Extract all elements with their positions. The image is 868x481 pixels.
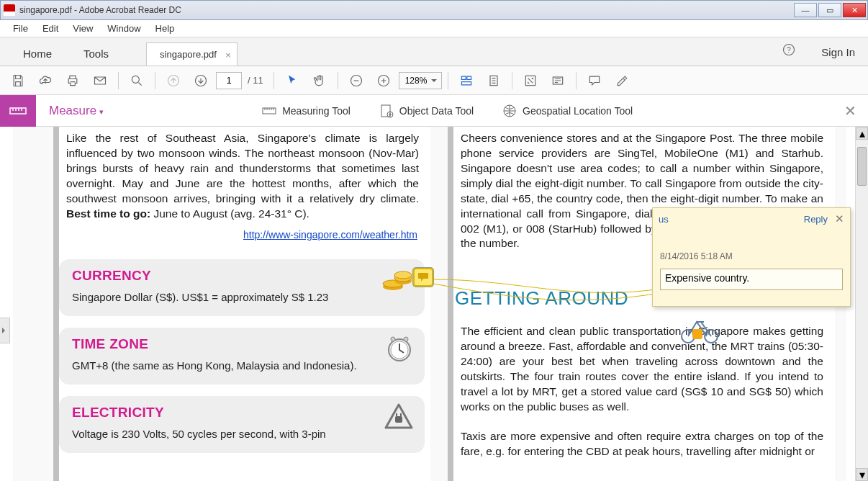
comment-reply-link[interactable]: Reply <box>804 214 828 225</box>
svg-point-2 <box>132 76 139 83</box>
climate-paragraph: Like the rest of Southeast Asia, Singapo… <box>59 127 430 226</box>
hand-tool-icon[interactable] <box>307 68 332 93</box>
divider <box>448 127 453 481</box>
tab-row: Home Tools singapore.pdf × ? Sign In <box>0 37 868 66</box>
read-mode-icon[interactable] <box>546 68 570 93</box>
close-button[interactable]: ✕ <box>843 3 866 17</box>
measuring-tool-label: Measuring Tool <box>282 105 351 117</box>
print-icon[interactable] <box>60 68 85 93</box>
minimize-button[interactable]: — <box>794 3 817 17</box>
measure-bar: Measure▾ Measuring Tool Object Data Tool… <box>0 95 868 127</box>
comment-author: us <box>659 214 804 225</box>
fullscreen-icon[interactable] <box>518 68 543 93</box>
menu-file[interactable]: File <box>6 22 35 35</box>
menu-help[interactable]: Help <box>148 22 182 35</box>
document-view[interactable]: Like the rest of Southeast Asia, Singapo… <box>0 127 868 481</box>
comment-date: 8/14/2016 5:18 AM <box>653 230 850 269</box>
menu-view[interactable]: View <box>65 22 100 35</box>
electricity-card: ELECTRICITY Voltage is 230 Volts, 50 cyc… <box>59 396 425 453</box>
tab-home[interactable]: Home <box>7 40 68 66</box>
save-icon[interactable] <box>6 68 30 93</box>
next-page-icon[interactable] <box>189 68 213 93</box>
measure-panel-icon[interactable] <box>0 95 36 127</box>
zoom-level-select[interactable]: 128% <box>399 72 443 89</box>
svg-point-22 <box>391 337 395 341</box>
divider <box>53 127 59 481</box>
scroll-down-button[interactable]: ▾ <box>856 468 868 481</box>
menu-bar: File Edit View Window Help <box>0 20 868 37</box>
zoom-in-icon[interactable] <box>371 68 396 93</box>
prev-page-icon[interactable] <box>161 68 186 93</box>
geospatial-tool-button[interactable]: Geospatial Location Tool <box>502 104 633 118</box>
electricity-text: Voltage is 230 Volts, 50 cycles per seco… <box>72 428 412 440</box>
scroll-thumb[interactable] <box>857 147 867 186</box>
measure-close-icon[interactable]: ✕ <box>844 102 856 120</box>
timezone-heading: TIME ZONE <box>72 336 412 352</box>
comment-textarea[interactable]: Expensive country. <box>660 269 843 290</box>
chevron-down-icon: ▾ <box>99 107 104 116</box>
search-icon[interactable] <box>125 68 149 93</box>
best-time-label: Best time to go: <box>66 207 150 220</box>
currency-card: CURRENCY Singapore Dollar (S$). US$1 = a… <box>59 259 425 316</box>
geospatial-tool-label: Geospatial Location Tool <box>523 105 633 117</box>
bike-icon <box>679 312 720 343</box>
object-data-tool-label: Object Data Tool <box>399 105 474 117</box>
highlight-icon[interactable] <box>610 68 634 93</box>
getting-p2: Taxis are more expensive and often requi… <box>453 419 835 464</box>
page-number-input[interactable] <box>216 72 242 89</box>
weather-link[interactable]: http://www-singapore.com/weather.htm <box>59 226 430 248</box>
nav-pane-toggle[interactable] <box>0 318 10 343</box>
comment-popup[interactable]: us Reply ✕ 8/14/2016 5:18 AM Expensive c… <box>652 207 851 307</box>
timezone-card: TIME ZONE GMT+8 (the same as Hong Kong, … <box>59 328 425 385</box>
best-time-value: June to August (avg. 24-31° C). <box>150 207 309 220</box>
coins-icon <box>381 265 415 295</box>
main-toolbar: / 11 128% <box>0 66 868 95</box>
svg-point-23 <box>404 337 408 341</box>
tab-close-icon[interactable]: × <box>225 49 231 60</box>
page-total-label: / 11 <box>248 75 263 86</box>
selection-tool-icon[interactable] <box>280 68 304 93</box>
menu-edit[interactable]: Edit <box>35 22 65 35</box>
svg-text:?: ? <box>787 45 791 54</box>
svg-rect-24 <box>395 416 402 423</box>
tab-document-label: singapore.pdf <box>160 49 217 60</box>
zoom-out-icon[interactable] <box>344 68 369 93</box>
measure-title[interactable]: Measure▾ <box>49 104 104 118</box>
tab-tools[interactable]: Tools <box>68 40 125 66</box>
scroll-up-button[interactable]: ▴ <box>856 127 868 140</box>
vertical-scrollbar[interactable]: ▴ ▾ <box>855 127 868 481</box>
comment-close-icon[interactable]: ✕ <box>835 212 844 225</box>
comment-icon[interactable] <box>582 68 607 93</box>
cloud-icon[interactable] <box>33 68 58 93</box>
measure-title-label: Measure <box>49 104 96 117</box>
fit-page-icon[interactable] <box>482 68 506 93</box>
climate-text: Like the rest of Southeast Asia, Singapo… <box>66 132 419 204</box>
help-icon[interactable]: ? <box>769 36 808 66</box>
sticky-note-icon[interactable] <box>413 268 433 287</box>
maximize-button[interactable]: ▭ <box>818 3 841 17</box>
plug-icon <box>383 402 415 433</box>
electricity-heading: ELECTRICITY <box>72 405 412 421</box>
app-icon <box>4 4 15 16</box>
sign-in-link[interactable]: Sign In <box>808 39 868 66</box>
object-data-tool-button[interactable]: Object Data Tool <box>379 104 474 118</box>
fit-width-icon[interactable] <box>454 68 479 93</box>
menu-window[interactable]: Window <box>100 22 148 35</box>
svg-rect-12 <box>381 105 390 117</box>
timezone-text: GMT+8 (the same as Hong Kong, Malaysia a… <box>72 359 412 372</box>
currency-heading: CURRENCY <box>72 268 412 284</box>
email-icon[interactable] <box>88 68 112 93</box>
svg-rect-27 <box>692 329 702 339</box>
window-titlebar: singapore.pdf - Adobe Acrobat Reader DC … <box>0 0 868 20</box>
measuring-tool-button[interactable]: Measuring Tool <box>262 105 351 117</box>
clock-icon <box>384 333 415 367</box>
tab-document[interactable]: singapore.pdf × <box>146 42 238 66</box>
getting-p1: The efficient and clean public transport… <box>453 320 835 419</box>
window-title: singapore.pdf - Adobe Acrobat Reader DC <box>19 5 792 15</box>
svg-point-19 <box>394 271 412 279</box>
zoom-level-label: 128% <box>405 76 428 86</box>
currency-text: Singapore Dollar (S$). US$1 = approximat… <box>72 291 412 303</box>
